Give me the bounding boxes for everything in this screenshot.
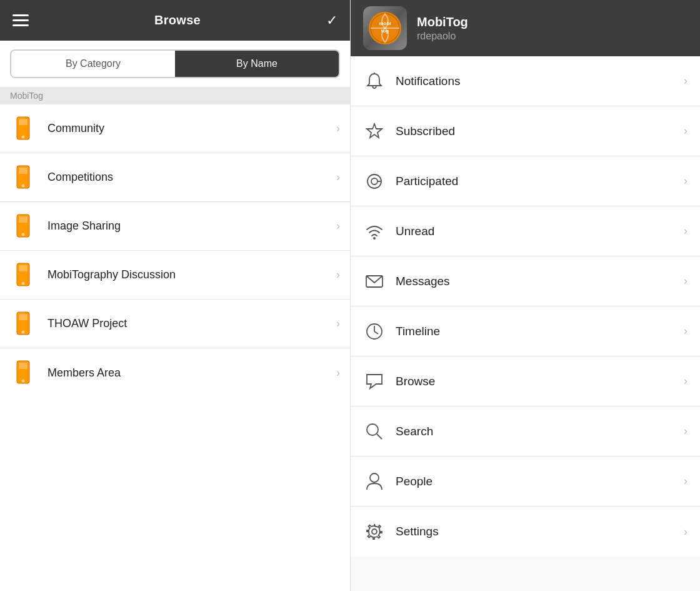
- image-sharing-label: Image Sharing: [48, 220, 336, 233]
- participated-label: Participated: [396, 174, 684, 188]
- segment-control: By Category By Name: [10, 49, 340, 78]
- competitions-label: Competitions: [48, 171, 336, 184]
- svg-line-31: [374, 331, 378, 334]
- members-label: Members Area: [48, 366, 336, 380]
- chevron-right-icon: ›: [684, 425, 688, 438]
- star-icon: [363, 123, 386, 140]
- category-list: Community › Competitions ›: [0, 104, 350, 591]
- svg-point-27: [373, 237, 376, 240]
- list-item[interactable]: Community ›: [0, 104, 350, 153]
- section-label: MobiTog: [0, 87, 350, 104]
- list-item[interactable]: THOAW Project ›: [0, 300, 350, 348]
- list-item[interactable]: Image Sharing ›: [0, 202, 350, 251]
- left-header: Browse ✓: [0, 0, 350, 41]
- svg-point-11: [22, 281, 25, 285]
- chevron-icon: ›: [336, 220, 340, 233]
- left-panel: Browse ✓ By Category By Name MobiTog Com…: [0, 0, 350, 591]
- at-icon: [363, 173, 386, 190]
- hamburger-menu-icon[interactable]: [12, 14, 29, 26]
- nav-unread[interactable]: Unread ›: [351, 206, 700, 256]
- browse-label: Browse: [396, 375, 684, 388]
- bubble-icon: [363, 373, 386, 390]
- svg-point-5: [22, 184, 25, 187]
- segment-by-category[interactable]: By Category: [11, 51, 175, 77]
- competitions-icon: [10, 164, 36, 191]
- subscribed-label: Subscribed: [396, 124, 684, 138]
- browse-title: Browse: [154, 13, 201, 28]
- image-sharing-icon: [10, 213, 36, 240]
- settings-label: Settings: [396, 525, 684, 538]
- bell-icon: [363, 72, 386, 91]
- thoaw-icon: [10, 311, 36, 337]
- notifications-label: Notifications: [396, 74, 684, 88]
- svg-rect-16: [19, 363, 28, 369]
- svg-point-34: [370, 473, 379, 482]
- svg-rect-4: [19, 168, 28, 174]
- svg-point-35: [372, 529, 377, 534]
- svg-marker-23: [367, 124, 382, 138]
- people-label: People: [396, 475, 684, 488]
- svg-rect-1: [19, 119, 28, 125]
- svg-point-25: [371, 178, 378, 184]
- mobitography-icon: [10, 262, 36, 288]
- person-icon: [363, 472, 386, 491]
- thoaw-label: THOAW Project: [48, 317, 336, 330]
- app-logo: mobi tog: [363, 6, 407, 50]
- nav-browse[interactable]: Browse ›: [351, 356, 700, 407]
- list-item[interactable]: Competitions ›: [0, 153, 350, 202]
- envelope-icon: [363, 274, 386, 289]
- right-header-info: MobiTog rdepaolo: [417, 15, 468, 42]
- svg-point-14: [22, 330, 25, 333]
- chevron-icon: ›: [336, 268, 340, 281]
- timeline-label: Timeline: [396, 325, 684, 338]
- chevron-icon: ›: [336, 317, 340, 330]
- chevron-right-icon: ›: [684, 275, 688, 288]
- nav-participated[interactable]: Participated ›: [351, 156, 700, 206]
- checkmark-icon[interactable]: ✓: [326, 13, 338, 29]
- svg-text:mobi: mobi: [379, 21, 391, 26]
- svg-text:tog: tog: [381, 28, 389, 34]
- chevron-icon: ›: [336, 122, 340, 135]
- app-username: rdepaolo: [417, 31, 468, 42]
- chevron-right-icon: ›: [684, 124, 688, 138]
- chevron-right-icon: ›: [684, 174, 688, 188]
- list-item[interactable]: Members Area ›: [0, 348, 350, 397]
- app-name: MobiTog: [417, 15, 468, 29]
- nav-timeline[interactable]: Timeline ›: [351, 306, 700, 356]
- segment-by-name[interactable]: By Name: [175, 51, 339, 77]
- community-icon: [10, 116, 36, 142]
- wifi-icon: [363, 223, 386, 240]
- chevron-icon: ›: [336, 366, 340, 380]
- chevron-right-icon: ›: [684, 525, 688, 538]
- nav-people[interactable]: People ›: [351, 457, 700, 507]
- chevron-right-icon: ›: [684, 225, 688, 238]
- nav-notifications[interactable]: Notifications ›: [351, 56, 700, 106]
- list-item[interactable]: MobiTography Discussion ›: [0, 251, 350, 300]
- members-icon: [10, 360, 36, 386]
- svg-line-33: [377, 434, 382, 439]
- svg-point-32: [367, 424, 378, 435]
- svg-point-17: [22, 380, 25, 383]
- chevron-icon: ›: [336, 171, 340, 184]
- nav-settings[interactable]: Settings ›: [351, 507, 700, 557]
- unread-label: Unread: [396, 225, 684, 238]
- svg-rect-10: [19, 265, 28, 271]
- community-label: Community: [48, 122, 336, 135]
- nav-subscribed[interactable]: Subscribed ›: [351, 106, 700, 156]
- svg-rect-13: [19, 314, 28, 320]
- right-nav-list: Notifications › Subscribed › Partici: [351, 56, 700, 591]
- chevron-right-icon: ›: [684, 325, 688, 338]
- mobitography-label: MobiTography Discussion: [48, 268, 336, 281]
- nav-messages[interactable]: Messages ›: [351, 256, 700, 306]
- gear-icon: [363, 523, 386, 540]
- messages-label: Messages: [396, 275, 684, 288]
- svg-point-8: [22, 233, 25, 236]
- search-icon: [363, 423, 386, 440]
- clock-icon: [363, 323, 386, 340]
- chevron-right-icon: ›: [684, 375, 688, 388]
- chevron-right-icon: ›: [684, 74, 688, 88]
- chevron-right-icon: ›: [684, 475, 688, 488]
- nav-search[interactable]: Search ›: [351, 407, 700, 457]
- search-label: Search: [396, 425, 684, 438]
- right-header: mobi tog MobiTog rdepaolo: [351, 0, 700, 56]
